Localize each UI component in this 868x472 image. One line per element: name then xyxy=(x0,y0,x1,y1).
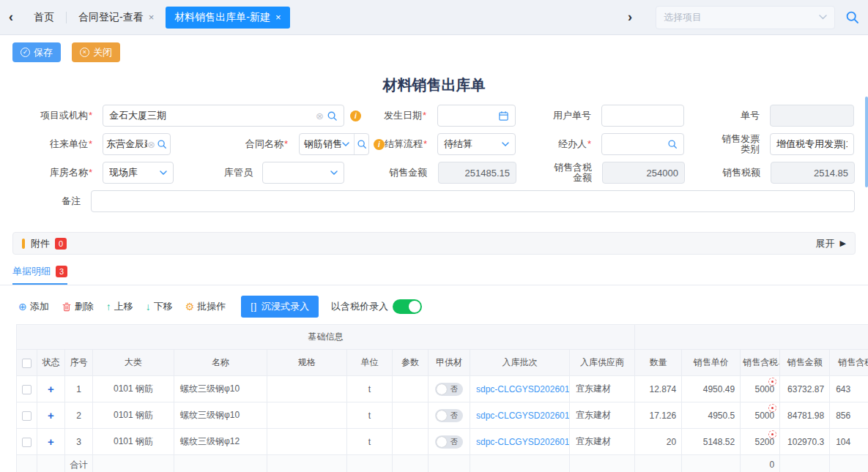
project-label: 项目或机构* xyxy=(0,109,97,122)
tab-material-outbound-new[interactable]: 材料销售出库单-新建 × xyxy=(166,7,289,29)
tax-entry-toggle-group: 以含税价录入 xyxy=(331,299,422,314)
page-title: 材料销售出库单 xyxy=(0,75,868,95)
row-checkbox[interactable] xyxy=(22,411,31,421)
scrollbar-thumb[interactable] xyxy=(865,97,868,187)
plus-circle-icon: ⊕ xyxy=(18,301,27,312)
date-input[interactable] xyxy=(437,105,516,127)
supplied-toggle[interactable]: 否 xyxy=(435,383,463,396)
add-row-button[interactable]: ⊕ 添加 xyxy=(18,300,49,313)
row-checkbox[interactable] xyxy=(22,438,31,447)
save-button[interactable]: ✓ 保存 xyxy=(12,42,61,62)
search-icon[interactable] xyxy=(845,10,859,24)
col-price-tax: 销售含税单价 xyxy=(741,350,780,376)
move-up-button[interactable]: ↑ 上移 xyxy=(106,300,133,313)
cell-price: 4950.49 xyxy=(682,376,741,402)
user-no-input[interactable] xyxy=(601,105,684,127)
cell-unit: t xyxy=(347,429,393,455)
cell-price: 4950.5 xyxy=(682,402,741,429)
row-add-icon[interactable]: + xyxy=(48,409,54,422)
remark-input[interactable] xyxy=(91,190,855,212)
invoice-type-input[interactable]: 增值税专用发票|13 xyxy=(770,133,854,155)
warehouse-select[interactable]: 现场库 xyxy=(103,162,174,184)
batch-link[interactable]: sdpc-CLCGYSD2026010 xyxy=(476,384,570,394)
table-row: + 1 0101 钢筋 螺纹三级钢φ10 t 否 sdpc-CLCGYSD202… xyxy=(17,376,868,402)
accent-bar xyxy=(22,239,25,249)
supplied-toggle[interactable]: 否 xyxy=(435,435,463,449)
counterparty-input[interactable]: 东营金辰建 ⊗ xyxy=(103,133,171,155)
cell-unit: t xyxy=(347,402,393,429)
search-icon[interactable] xyxy=(327,110,338,121)
group-basic-info: 基础信息 xyxy=(17,325,635,350)
row-checkbox[interactable] xyxy=(22,385,31,394)
search-icon[interactable] xyxy=(667,139,678,149)
chevron-left-icon[interactable]: ‹ xyxy=(9,10,21,25)
cell-qty: 17.126 xyxy=(635,402,682,429)
tax-entry-toggle[interactable] xyxy=(393,299,422,314)
close-tab-icon[interactable]: × xyxy=(149,12,155,23)
project-select[interactable]: 选择项目 xyxy=(656,6,835,29)
tab-label: 材料销售出库单-新建 xyxy=(174,11,270,24)
cell-param xyxy=(393,402,429,429)
project-input[interactable]: 金石大厦三期 ⊗ xyxy=(103,105,344,127)
batch-operations-button[interactable]: ⚙ 批操作 xyxy=(185,300,229,313)
total-row: 合计 0 xyxy=(17,455,868,472)
cell-name: 螺纹三级钢φ10 xyxy=(174,402,267,429)
toggle-off-label: 否 xyxy=(450,411,458,421)
clear-icon[interactable]: ⊗ xyxy=(147,139,155,150)
chevron-down-icon xyxy=(330,171,338,175)
chevron-down-icon xyxy=(819,15,827,20)
settlement-select[interactable]: 待结算 xyxy=(437,133,516,155)
arrow-down-icon: ↓ xyxy=(146,301,151,312)
supplied-toggle[interactable]: 否 xyxy=(435,409,463,422)
detail-count-badge: 3 xyxy=(56,266,67,277)
batch-link[interactable]: sdpc-CLCGYSD2026010 xyxy=(476,437,570,447)
cell-name: 螺纹三级钢φ10 xyxy=(174,376,267,402)
tab-contract-view[interactable]: 合同登记-查看 × xyxy=(78,11,154,24)
batch-link[interactable]: sdpc-CLCGYSD2026010 xyxy=(476,411,570,421)
row-add-icon[interactable]: + xyxy=(48,383,54,395)
doc-no-label: 单号 xyxy=(684,109,765,122)
col-supplier: 入库供应商 xyxy=(570,350,635,376)
project-value: 金石大厦三期 xyxy=(109,109,316,122)
move-down-button[interactable]: ↓ 下移 xyxy=(146,300,173,313)
cell-param xyxy=(393,429,429,455)
cell-supplier: 宜东建材 xyxy=(570,429,635,455)
delete-row-button[interactable]: 删除 xyxy=(62,300,94,313)
cell-price-tax: 5000 xyxy=(741,402,780,429)
row-add-icon[interactable]: + xyxy=(48,435,54,448)
immersive-entry-button[interactable]: [] 沉浸式录入 xyxy=(241,296,319,318)
check-circle-icon: ✓ xyxy=(21,48,30,57)
tab-detail[interactable]: 单据明细 3 xyxy=(12,265,67,285)
total-label: 合计 xyxy=(65,455,93,472)
handler-input[interactable] xyxy=(601,133,684,155)
keeper-select[interactable] xyxy=(262,162,344,184)
col-category: 大类 xyxy=(93,350,174,376)
tax-entry-label: 以含税价录入 xyxy=(331,300,388,313)
cell-seq: 2 xyxy=(65,402,93,429)
attachment-count-badge: 0 xyxy=(55,238,67,250)
tab-home[interactable]: 首页 xyxy=(34,11,54,24)
detail-tab-bar: 单据明细 3 xyxy=(0,264,868,285)
info-icon[interactable]: i xyxy=(350,110,361,121)
add-label: 添加 xyxy=(30,300,49,313)
select-all-checkbox[interactable] xyxy=(22,359,31,368)
cell-amount-tax: 643 xyxy=(830,376,868,402)
search-icon[interactable] xyxy=(157,139,167,149)
close-tab-icon[interactable]: × xyxy=(275,12,281,23)
sale-amount-input: 251485.15 xyxy=(438,162,516,184)
col-amount-tax: 销售含税金额 xyxy=(830,350,868,376)
clear-icon[interactable]: ⊗ xyxy=(316,110,324,121)
chevron-down-icon xyxy=(160,171,167,175)
required-mark: * xyxy=(423,138,427,149)
keeper-label: 库管员 xyxy=(174,166,258,179)
chevron-right-icon[interactable]: › xyxy=(628,10,639,25)
calendar-icon[interactable] xyxy=(498,110,509,121)
cell-amount: 84781.98 xyxy=(780,402,830,429)
contract-search-button[interactable] xyxy=(354,134,368,154)
contract-select[interactable]: 钢筋销售 xyxy=(299,133,369,155)
close-button[interactable]: × 关闭 xyxy=(72,42,120,62)
info-icon[interactable]: i xyxy=(374,139,385,150)
expand-button[interactable]: 展开 ▶ xyxy=(816,237,846,250)
group-header-row: 基础信息 xyxy=(17,325,868,350)
cell-category: 0101 钢筋 xyxy=(93,402,174,429)
